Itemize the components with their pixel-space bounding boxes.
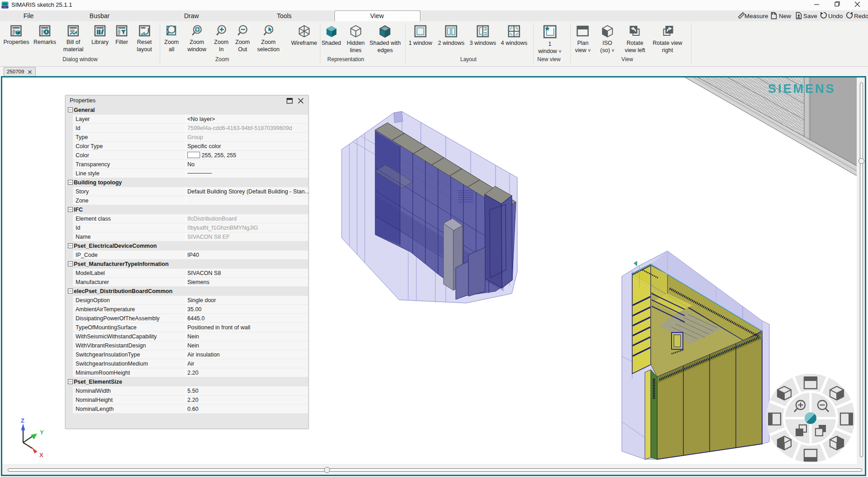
svg-text:Z: Z [21,417,24,424]
svg-text:Y: Y [40,429,44,436]
svg-text:X: X [39,452,43,458]
